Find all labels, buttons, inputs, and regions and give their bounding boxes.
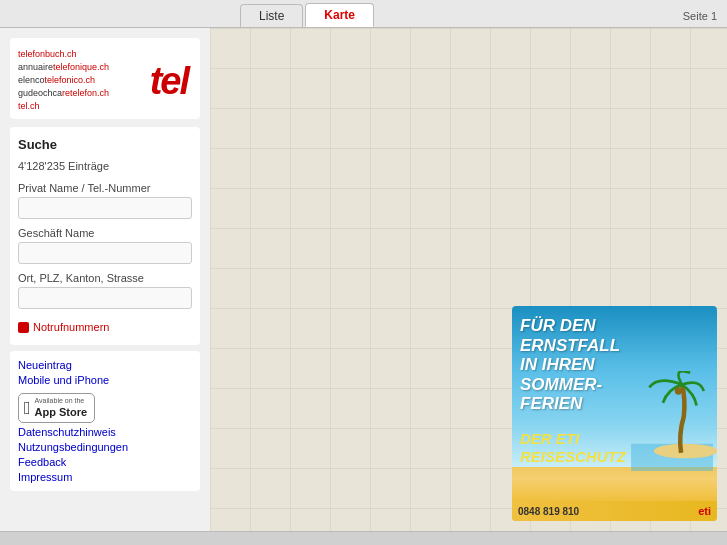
ad-phone: 0848 819 810: [518, 506, 579, 517]
link-feedback[interactable]: Feedback: [18, 456, 192, 468]
map-area[interactable]: FÜR DEN ERNSTFALL IN IHREN SOMMER- FERIE…: [210, 28, 727, 531]
link-datenschutz[interactable]: Datenschutzhinweis: [18, 426, 192, 438]
link-impressum[interactable]: Impressum: [18, 471, 192, 483]
palm-tree-icon: [627, 371, 717, 471]
tab-liste[interactable]: Liste: [240, 4, 303, 27]
links-section: Neueintrag Mobile und iPhone  Available…: [10, 351, 200, 491]
svg-point-2: [675, 387, 682, 394]
ad-image: FÜR DEN ERNSTFALL IN IHREN SOMMER- FERIE…: [512, 306, 717, 501]
search-title: Suche: [18, 137, 192, 152]
search-panel: Suche 4'128'235 Einträge Privat Name / T…: [10, 127, 200, 345]
entry-count: 4'128'235 Einträge: [18, 160, 192, 172]
svg-point-1: [654, 444, 717, 459]
link-mobile[interactable]: Mobile und iPhone: [18, 374, 192, 386]
notruf-icon: [18, 322, 29, 333]
main-area: telefonbuch.ch annuairetelefonique.ch el…: [0, 28, 727, 531]
ad-text-bottom: DER ETI REISESCHUTZ: [520, 430, 626, 466]
sidebar: telefonbuch.ch annuairetelefonique.ch el…: [0, 28, 210, 531]
bottom-bar: [0, 531, 727, 545]
notruf-label[interactable]: Notrufnummern: [33, 321, 109, 333]
logo-row: telefonbuch.ch annuairetelefonique.ch el…: [18, 48, 192, 113]
ort-label: Ort, PLZ, Kanton, Strasse: [18, 272, 192, 284]
appstore-text: Available on the App Store: [35, 397, 88, 419]
link-neueintrag[interactable]: Neueintrag: [18, 359, 192, 371]
ad-eti-logo: eti: [698, 505, 711, 517]
ad-footer: 0848 819 810 eti: [512, 501, 717, 521]
appstore-badge[interactable]:  Available on the App Store: [18, 393, 95, 423]
appstore-name-label: App Store: [35, 406, 88, 419]
ad-text-overlay: FÜR DEN ERNSTFALL IN IHREN SOMMER- FERIE…: [520, 316, 620, 414]
privat-input[interactable]: [18, 197, 192, 219]
link-nutzung[interactable]: Nutzungsbedingungen: [18, 441, 192, 453]
ort-field-group: Ort, PLZ, Kanton, Strasse: [18, 272, 192, 309]
apple-icon: : [24, 399, 31, 417]
privat-field-group: Privat Name / Tel.-Nummer: [18, 182, 192, 219]
geschaeft-field-group: Geschäft Name: [18, 227, 192, 264]
notruf-row[interactable]: Notrufnummern: [18, 321, 192, 333]
logo-area: telefonbuch.ch annuairetelefonique.ch el…: [10, 38, 200, 119]
ad-banner[interactable]: FÜR DEN ERNSTFALL IN IHREN SOMMER- FERIE…: [512, 306, 717, 521]
privat-label: Privat Name / Tel.-Nummer: [18, 182, 192, 194]
logo-links: telefonbuch.ch annuairetelefonique.ch el…: [18, 48, 109, 113]
ort-input[interactable]: [18, 287, 192, 309]
appstore-available-label: Available on the: [35, 397, 88, 405]
geschaeft-input[interactable]: [18, 242, 192, 264]
tab-karte[interactable]: Karte: [305, 3, 374, 27]
tel-logo: tel: [150, 62, 192, 100]
pagination-label: Seite 1: [683, 10, 717, 22]
geschaeft-label: Geschäft Name: [18, 227, 192, 239]
tab-bar: Liste Karte Seite 1: [0, 0, 727, 28]
